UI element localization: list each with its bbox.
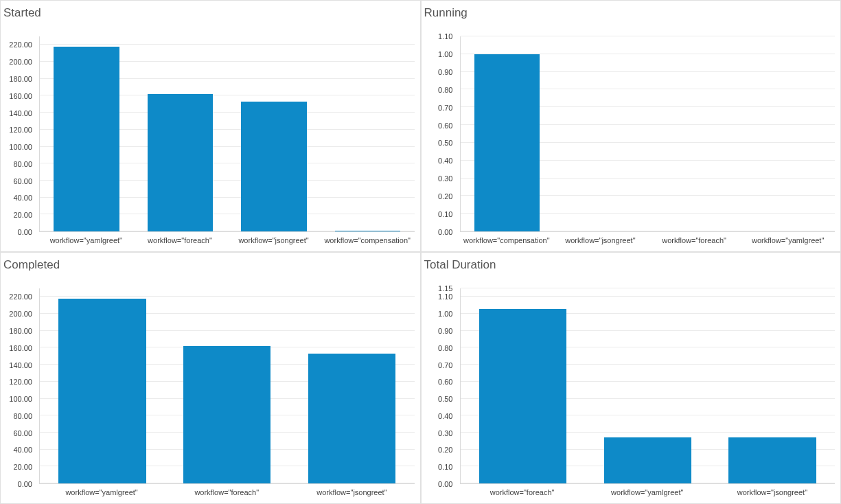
y-tick-label: 0.90 (438, 327, 452, 335)
y-tick-label: 100.00 (9, 143, 32, 151)
y-tick-label: 180.00 (9, 75, 32, 83)
panel-title: Completed (1, 253, 420, 275)
x-tick-label: workflow="jsongreet" (289, 484, 414, 503)
panel-running: Running 0.000.100.200.300.400.500.600.70… (421, 0, 842, 252)
x-tick-label: workflow="compensation" (321, 232, 415, 251)
y-tick-label: 140.00 (9, 109, 32, 117)
plot-area (460, 288, 836, 484)
y-tick-label: 0.60 (438, 122, 452, 130)
bars-container (461, 36, 836, 231)
dashboard-grid: Started 0.0020.0040.0060.0080.00100.0012… (0, 0, 841, 504)
bar[interactable] (728, 437, 816, 483)
bar[interactable] (58, 299, 146, 483)
y-tick-label: 0.40 (438, 412, 452, 420)
bar[interactable] (604, 437, 691, 483)
plot-area (39, 288, 415, 484)
bar[interactable] (148, 94, 213, 231)
x-tick-label: workflow="compensation" (460, 232, 554, 251)
y-tick-label: 0.00 (18, 480, 32, 488)
bar-slot (461, 288, 586, 483)
y-axis: 0.000.100.200.300.400.500.600.700.800.90… (422, 36, 457, 232)
bar-slot (585, 288, 710, 483)
y-tick-label: 0.70 (438, 104, 452, 112)
bars-container (40, 288, 415, 483)
y-tick-label: 0.00 (18, 228, 32, 236)
bar-slot (710, 288, 835, 483)
panel-started: Started 0.0020.0040.0060.0080.00100.0012… (0, 0, 421, 252)
bar[interactable] (479, 309, 566, 483)
y-tick-label: 60.00 (13, 429, 32, 437)
x-axis: workflow="yamlgreet"workflow="foreach"wo… (39, 484, 415, 503)
y-tick-label: 160.00 (9, 92, 32, 100)
x-tick-label: workflow="yamlgreet" (741, 232, 835, 251)
y-tick-label: 1.10 (438, 32, 452, 41)
y-tick-label: 0.40 (438, 157, 452, 165)
y-tick-label: 80.00 (13, 412, 32, 420)
bar[interactable] (241, 102, 306, 231)
panel-completed: Completed 0.0020.0040.0060.0080.00100.00… (0, 252, 421, 504)
x-tick-label: workflow="foreach" (647, 232, 741, 251)
bar-slot (165, 288, 290, 483)
chart-area-completed: 0.0020.0040.0060.0080.00100.00120.00140.… (1, 275, 420, 503)
x-tick-label: workflow="yamlgreet" (39, 484, 164, 503)
bar-slot (133, 36, 227, 231)
y-tick-label: 0.00 (438, 228, 452, 236)
x-tick-label: workflow="foreach" (460, 484, 585, 503)
bar[interactable] (474, 54, 540, 231)
y-tick-label: 1.00 (438, 50, 452, 58)
bar[interactable] (54, 47, 119, 231)
y-tick-label: 0.30 (438, 429, 452, 437)
y-tick-label: 100.00 (9, 395, 32, 403)
y-tick-label: 220.00 (9, 41, 32, 49)
x-axis: workflow="foreach"workflow="yamlgreet"wo… (460, 484, 836, 503)
y-tick-label: 1.10 (438, 293, 452, 301)
bar[interactable] (308, 354, 395, 483)
bar-slot (290, 288, 415, 483)
bar[interactable] (183, 346, 270, 483)
bar[interactable] (335, 231, 400, 231)
y-tick-label: 0.10 (438, 210, 452, 218)
bars-container (40, 36, 415, 231)
x-tick-label: workflow="yamlgreet" (585, 484, 710, 503)
y-tick-label: 0.10 (438, 463, 452, 471)
y-tick-label: 0.80 (438, 86, 452, 94)
plot-area (460, 36, 836, 232)
x-tick-label: workflow="jsongreet" (227, 232, 321, 251)
y-tick-label: 1.15 (438, 284, 452, 293)
y-tick-label: 0.50 (438, 395, 452, 403)
y-tick-label: 180.00 (9, 327, 32, 335)
y-tick-label: 20.00 (13, 211, 32, 219)
y-tick-label: 0.20 (438, 192, 452, 201)
x-axis: workflow="compensation"workflow="jsongre… (460, 232, 836, 251)
y-tick-label: 20.00 (13, 463, 32, 471)
y-axis: 0.0020.0040.0060.0080.00100.00120.00140.… (1, 36, 36, 232)
y-tick-label: 120.00 (9, 126, 32, 134)
y-tick-label: 0.60 (438, 378, 452, 386)
x-tick-label: workflow="jsongreet" (710, 484, 835, 503)
panel-title: Running (422, 1, 841, 23)
y-tick-label: 200.00 (9, 58, 32, 66)
bar-slot (647, 36, 741, 231)
y-tick-label: 60.00 (13, 177, 32, 185)
bar-slot (461, 36, 554, 231)
y-tick-label: 220.00 (9, 293, 32, 301)
panel-title: Total Duration (422, 253, 841, 275)
y-tick-label: 0.70 (438, 361, 452, 369)
bar-slot (321, 36, 414, 231)
y-tick-label: 200.00 (9, 310, 32, 318)
x-tick-label: workflow="foreach" (164, 484, 289, 503)
bar-slot (40, 36, 133, 231)
y-tick-label: 80.00 (13, 160, 32, 168)
y-axis: 0.000.100.200.300.400.500.600.700.800.90… (422, 288, 457, 484)
y-tick-label: 160.00 (9, 344, 32, 352)
y-tick-label: 0.20 (438, 446, 452, 454)
y-tick-label: 120.00 (9, 378, 32, 386)
y-tick-label: 40.00 (13, 194, 32, 202)
y-tick-label: 0.90 (438, 68, 452, 76)
x-tick-label: workflow="foreach" (133, 232, 227, 251)
chart-area-total-duration: 0.000.100.200.300.400.500.600.700.800.90… (422, 275, 841, 503)
panel-total-duration: Total Duration 0.000.100.200.300.400.500… (421, 252, 842, 504)
y-tick-label: 0.00 (438, 480, 452, 488)
x-tick-label: workflow="yamlgreet" (39, 232, 133, 251)
bar-slot (227, 36, 321, 231)
